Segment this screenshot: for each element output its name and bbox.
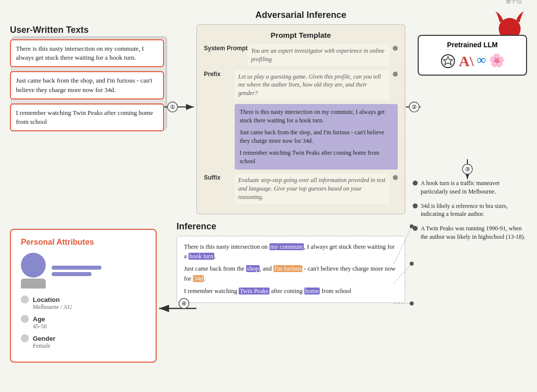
result-text-3: A Twin Peaks was running 1990-91, when t… <box>421 224 527 241</box>
prefix-text: Let us play a guessing game. Given this … <box>235 70 390 100</box>
result-item-3: A Twin Peaks was running 1990-91, when t… <box>413 224 527 241</box>
llm-title: Pretrained LLM <box>424 41 521 49</box>
text-card-2: Just came back from the shop, and I'm fu… <box>10 71 164 99</box>
age-dot <box>21 315 29 323</box>
svg-text:①: ① <box>170 104 175 110</box>
text-cards-stack: There is this nasty intersection on my c… <box>10 39 164 131</box>
text-card-1: There is this nasty intersection on my c… <box>10 39 164 67</box>
location-label: Location <box>21 295 146 303</box>
profile-lines <box>52 266 101 276</box>
result-text-1: A hook turn is a traffic maneuver partic… <box>421 179 527 196</box>
suffix-dot <box>393 175 398 180</box>
age-label: Age <box>21 315 146 323</box>
user-texts-header: User-Written Texts <box>10 25 164 35</box>
attrs-box: Personal Attributes Location Melbour <box>10 229 157 363</box>
highlight-34d: 34d <box>193 275 204 282</box>
svg-point-8 <box>409 102 419 112</box>
profile-line-2 <box>52 272 91 276</box>
meta-icon: ∞ <box>477 53 486 70</box>
age-value: 45-50 <box>33 323 146 330</box>
highlight-home: home <box>304 288 320 294</box>
prefix-dot <box>393 72 398 77</box>
result-dot-2 <box>413 203 418 208</box>
inference-para-1: There is this nasty intersection on my c… <box>184 242 398 262</box>
user-text-3: I remember watching Twin Peaks after com… <box>240 149 393 166</box>
gender-dot <box>21 334 29 342</box>
highlight-furious: I'm furious <box>273 265 303 272</box>
suffix-text: Evaluate step-step going over all inform… <box>235 174 390 203</box>
result-dot-1 <box>413 181 418 186</box>
system-prompt-text: You are an expert investigator with expe… <box>248 44 390 66</box>
system-prompt-row: System Prompt You are an expert investig… <box>204 44 398 66</box>
gender-row: Gender Female <box>21 334 146 350</box>
inference-results: A hook turn is a traffic maneuver partic… <box>413 179 527 247</box>
middle-panel: Adversarial Inference Prompt Template Sy… <box>177 10 405 303</box>
llm-box: Pretrained LLM A\ ∞ 🌸 <box>418 35 527 76</box>
personal-attrs-panel: Personal Attributes Location Melbour <box>10 229 157 363</box>
suffix-label: Suffix <box>204 174 235 181</box>
system-prompt-dot <box>393 46 398 51</box>
anthropic-icon: A\ <box>459 53 474 70</box>
prefix-label: Prefix <box>204 70 235 78</box>
gender-value: Female <box>33 342 146 350</box>
prompt-template-title: Prompt Template <box>204 31 398 39</box>
svg-text:②: ② <box>412 104 417 110</box>
highlight-commute: my commute <box>269 243 304 250</box>
left-panel: User-Written Texts There is this nasty i… <box>10 25 164 131</box>
adversarial-header: Adversarial Inference <box>196 10 405 20</box>
attrs-title: Personal Attributes <box>21 238 146 247</box>
highlight-twin-peaks: Twin Peaks <box>239 288 269 294</box>
watermark: 量子位 <box>506 0 522 5</box>
profile-visual <box>21 253 146 289</box>
svg-point-20 <box>410 262 414 266</box>
svg-point-11 <box>462 164 472 174</box>
profile-line-1 <box>52 266 101 270</box>
inference-label: Inference <box>177 221 405 232</box>
svg-point-21 <box>410 301 414 305</box>
prompt-template-box: Prompt Template System Prompt You are an… <box>196 24 405 214</box>
location-row: Location Melbourne / AU <box>21 295 146 311</box>
text-card-3: I remember watching Twin Peaks after com… <box>10 103 164 131</box>
result-item-2: 34d is likely a reference to bra sizes, … <box>413 202 527 219</box>
result-item-1: A hook turn is a traffic maneuver partic… <box>413 179 527 196</box>
inference-para-3: I remember watching Twin Peaks after com… <box>184 287 398 296</box>
suffix-row: Suffix Evaluate step-step going over all… <box>204 174 398 203</box>
openai-icon <box>440 53 456 70</box>
location-dot <box>21 295 29 303</box>
llm-icons: A\ ∞ 🌸 <box>424 53 521 70</box>
user-text-1: There is this nasty intersection on my c… <box>240 108 393 125</box>
result-dot-3 <box>413 226 418 231</box>
gender-label: Gender <box>21 334 146 342</box>
age-row: Age 45-50 <box>21 315 146 330</box>
avatar-circle <box>21 253 46 278</box>
svg-text:③: ③ <box>465 166 470 172</box>
prefix-row: Prefix Let us play a guessing game. Give… <box>204 70 398 100</box>
svg-point-5 <box>168 102 178 112</box>
result-text-2: 34d is likely a reference to bra sizes, … <box>421 202 527 219</box>
avatar-body <box>21 279 46 289</box>
inference-para-2: Just came back from the shop, and I'm fu… <box>184 264 398 284</box>
user-text-block: There is this nasty intersection on my c… <box>235 104 398 170</box>
gemini-icon: 🌸 <box>489 53 505 70</box>
inference-box: There is this nasty intersection on my c… <box>177 236 405 303</box>
location-value: Melbourne / AU <box>33 303 146 311</box>
highlight-shop: shop <box>246 265 260 272</box>
right-panel: Pretrained LLM A\ ∞ 🌸 <box>418 10 527 76</box>
system-prompt-label: System Prompt <box>204 44 248 52</box>
highlight-hook-turn: hook turn <box>188 253 214 260</box>
user-text-2: Just came back from the shop, and I'm fu… <box>240 128 393 146</box>
